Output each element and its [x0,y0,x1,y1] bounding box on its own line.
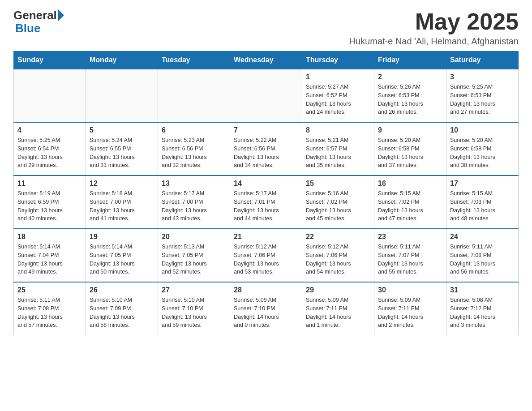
day-info: Sunrise: 5:09 AMSunset: 7:10 PMDaylight:… [234,296,298,330]
logo-triangle-icon [58,9,64,21]
day-number: 30 [378,286,442,294]
day-number: 24 [450,233,515,241]
day-number: 21 [234,233,298,241]
calendar-week-row: 11Sunrise: 5:19 AMSunset: 6:59 PMDayligh… [14,176,519,229]
day-info: Sunrise: 5:24 AMSunset: 6:55 PMDaylight:… [90,136,154,170]
day-number: 31 [450,286,515,294]
day-info: Sunrise: 5:13 AMSunset: 7:05 PMDaylight:… [162,243,226,276]
calendar-cell: 19Sunrise: 5:14 AMSunset: 7:05 PMDayligh… [86,229,158,282]
day-info: Sunrise: 5:14 AMSunset: 7:04 PMDaylight:… [17,243,82,276]
day-number: 11 [17,180,82,188]
calendar-body: 1Sunrise: 5:27 AMSunset: 6:52 PMDaylight… [14,69,519,335]
day-info: Sunrise: 5:11 AMSunset: 7:07 PMDaylight:… [378,243,442,276]
month-title: May 2025 [349,9,519,34]
calendar-cell: 14Sunrise: 5:17 AMSunset: 7:01 PMDayligh… [230,176,302,229]
day-info: Sunrise: 5:09 AMSunset: 7:11 PMDaylight:… [306,296,370,330]
day-number: 1 [306,73,370,81]
calendar-header-friday: Friday [374,51,446,69]
day-number: 5 [90,126,154,134]
day-info: Sunrise: 5:14 AMSunset: 7:05 PMDaylight:… [90,243,154,276]
day-number: 9 [378,126,442,134]
day-number: 19 [90,233,154,241]
calendar-cell: 26Sunrise: 5:10 AMSunset: 7:09 PMDayligh… [86,282,158,335]
day-info: Sunrise: 5:15 AMSunset: 7:02 PMDaylight:… [378,189,442,223]
calendar-cell [158,69,230,122]
day-number: 13 [162,180,226,188]
calendar-header-saturday: Saturday [446,51,519,69]
calendar-header-tuesday: Tuesday [158,51,230,69]
day-number: 6 [162,126,226,134]
day-number: 29 [306,286,370,294]
day-info: Sunrise: 5:27 AMSunset: 6:52 PMDaylight:… [306,83,370,116]
day-info: Sunrise: 5:09 AMSunset: 7:11 PMDaylight:… [378,296,442,330]
calendar-cell: 17Sunrise: 5:15 AMSunset: 7:03 PMDayligh… [446,176,519,229]
calendar-cell: 20Sunrise: 5:13 AMSunset: 7:05 PMDayligh… [158,229,230,282]
day-info: Sunrise: 5:17 AMSunset: 7:01 PMDaylight:… [234,189,298,223]
day-number: 3 [450,73,515,81]
day-info: Sunrise: 5:08 AMSunset: 7:12 PMDaylight:… [450,296,515,330]
calendar-cell: 12Sunrise: 5:18 AMSunset: 7:00 PMDayligh… [86,176,158,229]
day-info: Sunrise: 5:21 AMSunset: 6:57 PMDaylight:… [306,136,370,170]
calendar-week-row: 4Sunrise: 5:25 AMSunset: 6:54 PMDaylight… [14,122,519,176]
day-number: 7 [234,126,298,134]
day-info: Sunrise: 5:17 AMSunset: 7:00 PMDaylight:… [162,189,226,223]
calendar-cell: 27Sunrise: 5:10 AMSunset: 7:10 PMDayligh… [158,282,230,335]
calendar-cell: 22Sunrise: 5:12 AMSunset: 7:06 PMDayligh… [302,229,374,282]
day-info: Sunrise: 5:26 AMSunset: 6:53 PMDaylight:… [378,83,442,116]
calendar-cell: 6Sunrise: 5:23 AMSunset: 6:56 PMDaylight… [158,122,230,176]
day-number: 16 [378,180,442,188]
calendar-cell: 7Sunrise: 5:22 AMSunset: 6:56 PMDaylight… [230,122,302,176]
calendar-cell [230,69,302,122]
day-info: Sunrise: 5:16 AMSunset: 7:02 PMDaylight:… [306,189,370,223]
logo-blue-text: Blue [15,22,40,35]
day-number: 2 [378,73,442,81]
calendar-header-wednesday: Wednesday [230,51,302,69]
calendar-cell: 8Sunrise: 5:21 AMSunset: 6:57 PMDaylight… [302,122,374,176]
day-info: Sunrise: 5:23 AMSunset: 6:56 PMDaylight:… [162,136,226,170]
day-number: 26 [90,286,154,294]
calendar-cell: 25Sunrise: 5:11 AMSunset: 7:08 PMDayligh… [14,282,86,335]
day-number: 15 [306,180,370,188]
day-info: Sunrise: 5:15 AMSunset: 7:03 PMDaylight:… [450,189,515,223]
day-number: 17 [450,180,515,188]
calendar-cell: 21Sunrise: 5:12 AMSunset: 7:06 PMDayligh… [230,229,302,282]
day-number: 4 [17,126,82,134]
calendar-cell: 10Sunrise: 5:20 AMSunset: 6:58 PMDayligh… [446,122,519,176]
calendar-cell: 5Sunrise: 5:24 AMSunset: 6:55 PMDaylight… [86,122,158,176]
calendar-cell: 16Sunrise: 5:15 AMSunset: 7:02 PMDayligh… [374,176,446,229]
calendar-cell: 15Sunrise: 5:16 AMSunset: 7:02 PMDayligh… [302,176,374,229]
calendar-header-monday: Monday [86,51,158,69]
day-number: 28 [234,286,298,294]
calendar-cell: 30Sunrise: 5:09 AMSunset: 7:11 PMDayligh… [374,282,446,335]
day-info: Sunrise: 5:12 AMSunset: 7:06 PMDaylight:… [306,243,370,276]
calendar-table: SundayMondayTuesdayWednesdayThursdayFrid… [13,51,519,335]
calendar-cell: 29Sunrise: 5:09 AMSunset: 7:11 PMDayligh… [302,282,374,335]
day-number: 22 [306,233,370,241]
day-info: Sunrise: 5:25 AMSunset: 6:54 PMDaylight:… [17,136,82,170]
day-number: 20 [162,233,226,241]
day-info: Sunrise: 5:19 AMSunset: 6:59 PMDaylight:… [17,189,82,223]
calendar-cell [14,69,86,122]
calendar-cell: 24Sunrise: 5:11 AMSunset: 7:08 PMDayligh… [446,229,519,282]
day-info: Sunrise: 5:25 AMSunset: 6:53 PMDaylight:… [450,83,515,116]
page-header: General Blue May 2025 Hukumat-e Nad 'Ali… [13,9,519,47]
logo-general-text: General [13,9,57,22]
calendar-cell [86,69,158,122]
day-info: Sunrise: 5:11 AMSunset: 7:08 PMDaylight:… [450,243,515,276]
day-number: 27 [162,286,226,294]
calendar-cell: 1Sunrise: 5:27 AMSunset: 6:52 PMDaylight… [302,69,374,122]
day-number: 14 [234,180,298,188]
day-info: Sunrise: 5:20 AMSunset: 6:58 PMDaylight:… [378,136,442,170]
day-number: 10 [450,126,515,134]
calendar-cell: 31Sunrise: 5:08 AMSunset: 7:12 PMDayligh… [446,282,519,335]
calendar-cell: 13Sunrise: 5:17 AMSunset: 7:00 PMDayligh… [158,176,230,229]
calendar-header-row: SundayMondayTuesdayWednesdayThursdayFrid… [14,51,519,69]
calendar-week-row: 25Sunrise: 5:11 AMSunset: 7:08 PMDayligh… [14,282,519,335]
calendar-header-thursday: Thursday [302,51,374,69]
logo: General Blue [13,9,64,34]
location-title: Hukumat-e Nad 'Ali, Helmand, Afghanistan [349,36,519,47]
calendar-week-row: 1Sunrise: 5:27 AMSunset: 6:52 PMDaylight… [14,69,519,122]
day-number: 12 [90,180,154,188]
calendar-cell: 28Sunrise: 5:09 AMSunset: 7:10 PMDayligh… [230,282,302,335]
day-info: Sunrise: 5:10 AMSunset: 7:09 PMDaylight:… [90,296,154,330]
